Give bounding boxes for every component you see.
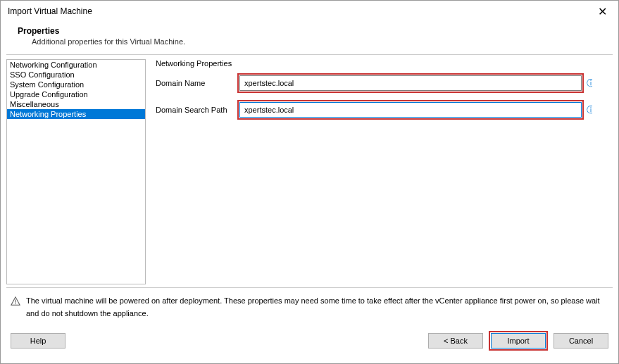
sidebar-item-networking-properties[interactable]: Networking Properties xyxy=(7,109,145,119)
header-section: Properties Additional properties for thi… xyxy=(1,20,618,54)
domain-name-highlight xyxy=(237,73,584,93)
info-icon[interactable]: ⓘ xyxy=(587,77,592,89)
warning-icon xyxy=(11,296,20,306)
domain-search-path-label: Domain Search Path xyxy=(156,106,237,114)
sidebar-nav: Networking Configuration SSO Configurati… xyxy=(6,59,146,284)
sidebar-item-sso-config[interactable]: SSO Configuration xyxy=(7,70,145,80)
info-icon[interactable]: ⓘ xyxy=(587,104,592,116)
import-button[interactable]: Import xyxy=(491,333,546,349)
cancel-button[interactable]: Cancel xyxy=(554,333,608,349)
content-area: Networking Properties Domain Name ⓘ Doma… xyxy=(146,59,613,287)
domain-name-input[interactable] xyxy=(239,75,582,91)
svg-point-1 xyxy=(15,303,15,304)
window-title: Import Virtual Machine xyxy=(8,6,92,16)
page-subtitle: Additional properties for this Virtual M… xyxy=(18,37,601,46)
close-icon[interactable]: ✕ xyxy=(594,5,611,18)
sidebar-item-miscellaneous[interactable]: Miscellaneous xyxy=(7,99,145,109)
import-highlight: Import xyxy=(489,331,548,351)
sidebar-item-networking-config[interactable]: Networking Configuration xyxy=(7,60,145,70)
help-button[interactable]: Help xyxy=(11,333,65,349)
section-title: Networking Properties xyxy=(156,59,613,68)
warning-text: The virtual machine will be powered on a… xyxy=(26,295,608,320)
back-button[interactable]: < Back xyxy=(428,333,483,349)
domain-search-path-highlight xyxy=(237,100,584,120)
domain-search-path-input[interactable] xyxy=(239,102,582,118)
sidebar-item-upgrade-config[interactable]: Upgrade Configuration xyxy=(7,89,145,99)
page-title: Properties xyxy=(18,26,601,36)
sidebar-item-system-config[interactable]: System Configuration xyxy=(7,80,145,89)
domain-name-label: Domain Name xyxy=(156,79,237,87)
